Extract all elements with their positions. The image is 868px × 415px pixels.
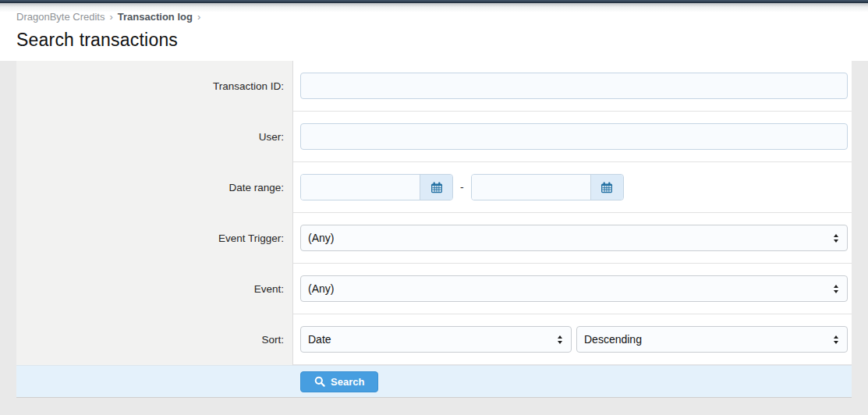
event-trigger-label: Event Trigger: <box>16 213 293 264</box>
sort-field-cell: Date Descending <box>293 314 852 365</box>
sort-direction-select[interactable]: Descending <box>576 326 848 353</box>
date-to-input[interactable] <box>472 175 590 200</box>
date-to-group <box>471 174 624 200</box>
form-row-date-range: Date range: - <box>16 162 852 213</box>
breadcrumb-link-transaction-log[interactable]: Transaction log <box>118 11 193 23</box>
breadcrumb-link-dragonbyte-credits[interactable]: DragonByte Credits <box>16 11 105 23</box>
select-stepper-icon <box>834 335 838 344</box>
date-range-separator: - <box>460 181 464 193</box>
page-title: Search transactions <box>16 30 852 51</box>
event-trigger-selected-value: (Any) <box>308 232 334 244</box>
form-row-user: User: <box>16 112 852 162</box>
user-label: User: <box>16 112 293 162</box>
breadcrumb-separator: › <box>197 11 200 23</box>
date-from-picker-button[interactable] <box>420 175 452 200</box>
form-footer: Search <box>16 365 852 398</box>
event-label: Event: <box>16 264 293 314</box>
event-field-cell: (Any) <box>293 264 852 314</box>
breadcrumb-separator: › <box>109 11 112 23</box>
select-stepper-icon <box>558 335 562 344</box>
event-trigger-field-cell: (Any) <box>293 213 852 264</box>
transaction-id-input[interactable] <box>300 73 848 99</box>
date-to-picker-button[interactable] <box>590 175 623 200</box>
event-trigger-select[interactable]: (Any) <box>300 225 848 251</box>
select-stepper-icon <box>834 285 838 293</box>
search-icon <box>314 376 325 387</box>
search-button-label: Search <box>331 376 364 388</box>
event-selected-value: (Any) <box>308 282 334 295</box>
search-form-panel: Transaction ID: User: Date range: <box>16 61 852 398</box>
date-range-field-cell: - <box>293 162 852 213</box>
calendar-icon <box>430 182 443 193</box>
form-row-sort: Sort: Date Descending <box>16 314 852 365</box>
date-from-group <box>300 174 453 200</box>
search-button[interactable]: Search <box>300 371 378 392</box>
transaction-id-label: Transaction ID: <box>16 61 293 112</box>
date-range-label: Date range: <box>16 162 293 213</box>
form-row-transaction-id: Transaction ID: <box>16 61 852 112</box>
form-row-event: Event: (Any) <box>16 264 852 314</box>
event-select[interactable]: (Any) <box>300 275 848 302</box>
page-header: DragonByte Credits › Transaction log › S… <box>0 3 868 61</box>
calendar-icon <box>601 182 613 193</box>
user-field-cell <box>293 112 852 162</box>
select-stepper-icon <box>834 234 838 243</box>
date-from-input[interactable] <box>301 175 420 200</box>
breadcrumb: DragonByte Credits › Transaction log › <box>16 11 852 23</box>
sort-direction-selected-value: Descending <box>584 333 642 346</box>
sort-by-select[interactable]: Date <box>300 326 572 353</box>
sort-label: Sort: <box>16 314 293 365</box>
form-row-event-trigger: Event Trigger: (Any) <box>16 213 852 264</box>
sort-by-selected-value: Date <box>308 333 331 346</box>
transaction-id-field-cell <box>293 61 852 112</box>
user-input[interactable] <box>300 123 848 150</box>
